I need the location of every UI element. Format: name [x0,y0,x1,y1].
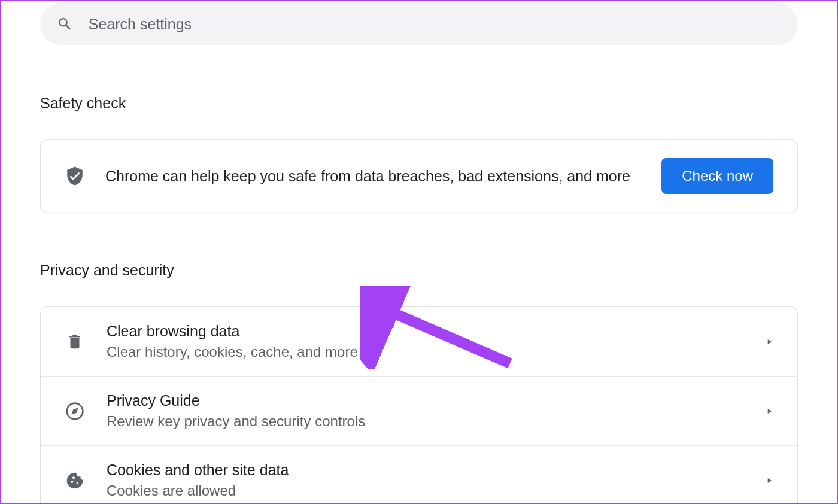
compass-icon [65,401,85,421]
privacy-security-card: Clear browsing data Clear history, cooki… [40,306,798,504]
svg-marker-1 [71,408,78,414]
chevron-right-icon [765,407,773,415]
row-subtitle: Clear history, cookies, cache, and more [107,344,765,360]
cookie-icon [65,470,85,491]
search-input[interactable] [89,16,781,33]
safety-check-description: Chrome can help keep you safe from data … [105,168,661,185]
row-title: Cookies and other site data [107,462,765,479]
chevron-right-icon [765,338,773,346]
search-bar[interactable] [40,2,798,45]
row-subtitle: Review key privacy and security controls [107,413,765,430]
check-now-button[interactable]: Check now [661,158,773,194]
chevron-right-icon [765,476,773,485]
privacy-guide-row[interactable]: Privacy Guide Review key privacy and sec… [41,377,797,446]
row-title: Privacy Guide [107,392,765,409]
cookies-row[interactable]: Cookies and other site data Cookies are … [41,446,797,504]
search-icon [57,16,73,32]
safety-check-card: Chrome can help keep you safe from data … [40,139,798,212]
row-subtitle: Cookies are allowed [107,482,765,499]
shield-check-icon [65,165,85,187]
privacy-security-title: Privacy and security [40,262,798,279]
safety-check-title: Safety check [40,95,798,112]
clear-browsing-data-row[interactable]: Clear browsing data Clear history, cooki… [41,307,797,377]
trash-icon [65,332,85,352]
row-title: Clear browsing data [107,323,765,340]
